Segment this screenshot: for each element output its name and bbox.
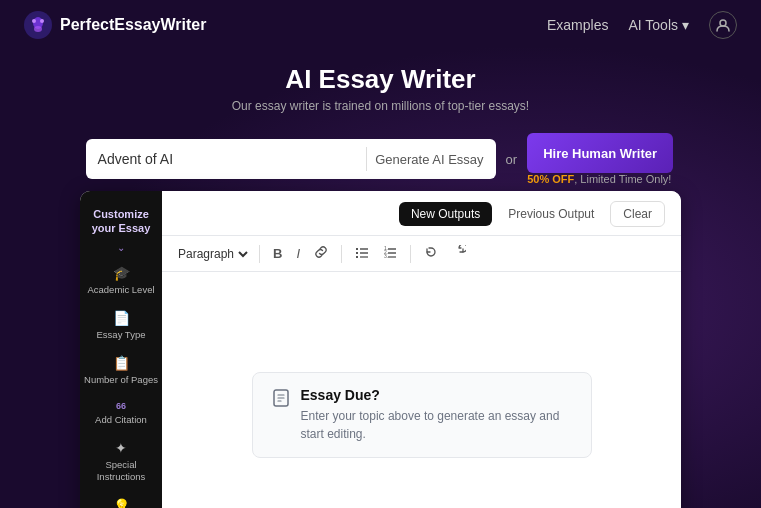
editor-content: Essay Due? Enter your topic above to gen… — [162, 272, 681, 508]
editor-container: Customize your Essay ⌄ 🎓 Academic Level … — [80, 191, 681, 508]
main-area: Customize your Essay ⌄ 🎓 Academic Level … — [0, 191, 761, 508]
search-input[interactable]: Advent of AI — [98, 151, 174, 167]
sidebar-label-pages: Number of Pages — [84, 374, 158, 386]
sidebar-label-essay-type: Essay Type — [97, 329, 146, 341]
page-title: AI Essay Writer — [0, 64, 761, 95]
bullet-list-button[interactable] — [350, 242, 374, 265]
user-icon[interactable] — [709, 11, 737, 39]
discount-highlight: 50% OFF — [527, 173, 574, 185]
svg-point-3 — [40, 19, 44, 23]
svg-text:3.: 3. — [384, 253, 388, 259]
clear-button[interactable]: Clear — [610, 201, 665, 227]
logo-icon — [24, 11, 52, 39]
number-of-pages-icon: 📋 — [113, 355, 130, 371]
header: PerfectEssayWriter Examples AI Tools ▾ — [0, 0, 761, 50]
link-button[interactable] — [309, 242, 333, 265]
tabs-bar: New Outputs Previous Output Clear — [162, 191, 681, 236]
sidebar-item-essay-type[interactable]: 📄 Essay Type — [80, 304, 162, 347]
italic-button[interactable]: I — [291, 243, 305, 264]
hero-section: AI Essay Writer Our essay writer is trai… — [0, 50, 761, 125]
sidebar-chevron-icon: ⌄ — [117, 242, 125, 253]
svg-point-5 — [720, 20, 726, 26]
sidebar-label-academic: Academic Level — [87, 284, 154, 296]
bold-button[interactable]: B — [268, 243, 287, 264]
academic-level-icon: 🎓 — [113, 265, 130, 281]
hire-human-writer-button[interactable]: Hire Human Writer — [527, 133, 673, 173]
nav-right: Examples AI Tools ▾ — [547, 11, 737, 39]
hire-area: Hire Human Writer 50% OFF, Limited Time … — [527, 133, 675, 185]
sidebar-item-enhance-essay[interactable]: 💡 Enhance your Essay — [80, 492, 162, 508]
sidebar-label-instructions: Special Instructions — [84, 459, 158, 484]
toolbar-divider-2 — [341, 245, 342, 263]
logo-text: PerfectEssayWriter — [60, 16, 206, 34]
tab-previous-output[interactable]: Previous Output — [496, 202, 606, 226]
tab-new-outputs[interactable]: New Outputs — [399, 202, 492, 226]
essay-due-icon — [271, 388, 291, 413]
sidebar-item-special-instructions[interactable]: ✦ Special Instructions — [80, 434, 162, 490]
svg-rect-8 — [356, 252, 358, 254]
essay-due-description: Enter your topic above to generate an es… — [301, 407, 573, 443]
essay-type-icon: 📄 — [113, 310, 130, 326]
sidebar-item-number-of-pages[interactable]: 📋 Number of Pages — [80, 349, 162, 392]
enhance-essay-icon: 💡 — [113, 498, 130, 508]
sidebar-header: Customize your Essay — [80, 201, 162, 240]
discount-text: 50% OFF, Limited Time Only! — [527, 173, 675, 185]
nav-examples[interactable]: Examples — [547, 17, 608, 33]
undo-button[interactable] — [419, 242, 443, 265]
svg-point-2 — [32, 19, 36, 23]
logo-area: PerfectEssayWriter — [24, 11, 206, 39]
nav-ai-tools[interactable]: AI Tools ▾ — [628, 17, 689, 33]
editor-panel: New Outputs Previous Output Clear Paragr… — [162, 191, 681, 508]
special-instructions-icon: ✦ — [115, 440, 127, 456]
essay-due-text-area: Essay Due? Enter your topic above to gen… — [301, 387, 573, 443]
chevron-down-icon: ▾ — [682, 17, 689, 33]
sidebar-item-academic-level[interactable]: 🎓 Academic Level — [80, 259, 162, 302]
hero-subtitle: Our essay writer is trained on millions … — [0, 99, 761, 113]
svg-rect-10 — [356, 256, 358, 258]
essay-due-card: Essay Due? Enter your topic above to gen… — [252, 372, 592, 458]
toolbar-divider-1 — [259, 245, 260, 263]
svg-rect-6 — [356, 248, 358, 250]
search-bar[interactable]: Advent of AI Generate AI Essay — [86, 139, 496, 179]
toolbar-divider-3 — [410, 245, 411, 263]
numbered-list-button[interactable]: 1.2.3. — [378, 242, 402, 265]
sidebar-label-citation: Add Citation — [95, 414, 147, 426]
search-bar-container: Advent of AI Generate AI Essay or Hire H… — [0, 125, 761, 191]
generate-button[interactable]: Generate AI Essay — [375, 152, 483, 167]
paragraph-select[interactable]: Paragraph — [174, 246, 251, 262]
sidebar: Customize your Essay ⌄ 🎓 Academic Level … — [80, 191, 162, 508]
sidebar-item-add-citation[interactable]: 66 Add Citation — [80, 395, 162, 432]
citation-badge: 66 — [116, 401, 126, 411]
redo-button[interactable] — [447, 242, 471, 265]
svg-point-4 — [34, 26, 42, 32]
essay-due-title: Essay Due? — [301, 387, 573, 403]
or-text: or — [506, 152, 518, 167]
editor-toolbar: Paragraph B I 1.2.3. — [162, 236, 681, 272]
search-divider — [366, 147, 367, 171]
